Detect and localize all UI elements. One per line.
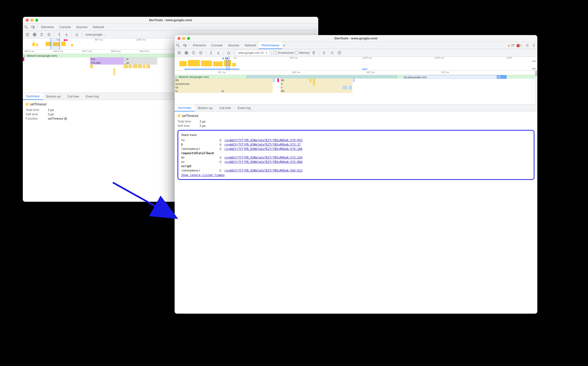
flame-block[interactable]: a9… <box>497 75 507 79</box>
home-icon[interactable] <box>74 31 80 38</box>
flame-block[interactable] <box>277 78 279 82</box>
flame-block[interactable] <box>309 78 312 82</box>
maximize-icon[interactable] <box>35 19 38 22</box>
flame-block[interactable] <box>143 65 145 68</box>
expand-icon[interactable]: ▸ <box>176 76 177 78</box>
stack-location-link[interactable]: rs=AA2YrTtTjPD_83NeleSxfEZ7rTB5vRKbgA:57… <box>224 143 301 146</box>
download-icon[interactable] <box>215 50 221 56</box>
tab-call-tree[interactable]: Call tree <box>64 93 82 100</box>
flame-block[interactable]: _.ld <box>124 57 157 61</box>
stack-location-link[interactable]: rs=AA2YrTtTjPD_83NeleSxfEZ7rTB5vRKbgA:57… <box>224 147 302 151</box>
flame-block[interactable]: (anonymous) <box>175 82 273 86</box>
more-icon[interactable] <box>531 42 537 49</box>
recording-select[interactable]: www.google.com #1 ▼ <box>236 50 269 56</box>
stack-location-link[interactable]: rs=AA2YrTtTjPD_83NeleSxfEZ7rTB5vRKbgA:56… <box>224 169 302 172</box>
flame-block[interactable]: hz <box>175 89 220 93</box>
tab-summary[interactable]: Summary <box>175 105 195 111</box>
settings-icon[interactable] <box>524 42 531 49</box>
flame-block[interactable] <box>353 78 355 82</box>
reload-icon[interactable] <box>191 50 197 56</box>
flame-block[interactable] <box>273 78 275 82</box>
collapse-icon[interactable] <box>321 50 327 56</box>
flame-block[interactable] <box>313 78 315 82</box>
errors-badge[interactable]: ! 1 <box>517 44 522 47</box>
tab-bottom-up[interactable]: Bottom-up <box>43 93 64 100</box>
flame-block[interactable]: KZa <box>90 57 124 61</box>
tab-call-tree[interactable]: Call tree <box>216 105 234 111</box>
flame-block[interactable] <box>124 65 128 68</box>
tab-event-log[interactable]: Event log <box>234 105 254 111</box>
flame-block[interactable] <box>349 86 352 89</box>
flame-block[interactable]: hz <box>221 89 273 93</box>
tab-event-log[interactable]: Event log <box>82 93 102 100</box>
flame-block[interactable] <box>23 57 24 61</box>
tab-console[interactable]: Console <box>57 23 74 30</box>
timeline-overview[interactable]: ms 997 ms 1,497 ms 1,997 ms 2,497 CPU NE… <box>175 57 537 71</box>
tab-summary[interactable]: Summary <box>23 93 43 100</box>
reload-icon[interactable] <box>39 31 45 38</box>
capture-settings-icon[interactable] <box>329 50 335 56</box>
tab-performance[interactable]: Performance <box>259 42 282 49</box>
flame-block[interactable] <box>133 65 138 68</box>
show-ignored-link[interactable]: Show ignore-listed frames <box>181 173 225 177</box>
flame-block[interactable]: BN <box>280 89 352 93</box>
clear-icon[interactable] <box>46 31 52 38</box>
memory-checkbox[interactable]: Memory <box>295 51 310 54</box>
device-icon[interactable] <box>30 23 36 30</box>
tab-sources[interactable]: Sources <box>74 23 90 30</box>
help-icon[interactable] <box>336 50 343 56</box>
minimize-icon[interactable] <box>31 19 33 22</box>
close-icon[interactable] <box>177 37 180 40</box>
close-icon[interactable] <box>26 19 29 22</box>
clear-icon[interactable] <box>198 50 204 56</box>
flame-block[interactable] <box>114 68 115 76</box>
flame-block[interactable]: BN <box>175 78 273 82</box>
expand-icon[interactable]: ▸ <box>24 54 25 57</box>
flame-block[interactable] <box>343 86 347 89</box>
tab-elements[interactable]: Elements <box>38 23 57 30</box>
upload-icon[interactable] <box>208 50 214 56</box>
inspect-icon[interactable] <box>23 23 30 30</box>
tab-network[interactable]: Network <box>242 42 259 49</box>
record-icon[interactable] <box>183 50 190 56</box>
flame-block[interactable] <box>138 65 142 68</box>
tab-sources[interactable]: Sources <box>225 42 242 49</box>
toggle-drawer-icon[interactable] <box>176 50 182 56</box>
ruler-tick: 344.6 ms <box>53 50 63 53</box>
flame-block[interactable] <box>146 65 150 68</box>
flame-block[interactable]: h <box>280 86 352 89</box>
inspect-icon[interactable] <box>175 42 181 49</box>
flame-block[interactable] <box>313 82 315 86</box>
warnings-badge[interactable]: ▲ 29 <box>507 44 514 47</box>
flame-block[interactable]: _.qe <box>124 61 157 65</box>
stack-location-link[interactable]: rs=AA2YrTtTjPD_83NeleSxfEZ7rTB5vRKbgA:57… <box>224 138 302 142</box>
flame-block[interactable]: Mk <box>280 78 352 82</box>
home-icon[interactable] <box>226 50 232 56</box>
minimize-icon[interactable] <box>182 37 185 40</box>
tabs-overflow[interactable]: » <box>282 42 286 49</box>
tab-console[interactable]: Console <box>208 42 225 49</box>
stack-location-link[interactable]: rs=AA2YrTtTjPD_83NeleSxfEZ7rTB5vRKbgA:57… <box>224 156 302 159</box>
upload-icon[interactable] <box>56 31 62 38</box>
tab-network[interactable]: Network <box>90 23 107 30</box>
network-track[interactable]: ▸ Network /ww.google.com) log (play.goog… <box>175 75 537 78</box>
flame-block[interactable]: S <box>280 82 352 86</box>
download-icon[interactable] <box>63 31 70 38</box>
toggle-drawer-icon[interactable] <box>24 31 31 38</box>
device-icon[interactable] <box>181 42 188 49</box>
total-time-value: 2 μs <box>200 120 206 123</box>
tab-elements[interactable]: Elements <box>190 42 208 49</box>
screenshots-checkbox[interactable]: Screenshots <box>274 51 294 54</box>
gc-icon[interactable] <box>311 50 317 56</box>
flame-block[interactable] <box>90 65 93 68</box>
tab-bottom-up[interactable]: Bottom-up <box>195 105 216 111</box>
flame-block[interactable]: UYa.start <box>90 61 124 65</box>
record-icon[interactable] <box>31 31 38 38</box>
scrollbar[interactable] <box>535 71 537 104</box>
maximize-icon[interactable] <box>187 37 190 40</box>
flame-block[interactable] <box>129 65 132 68</box>
flame-block[interactable]: Uk <box>175 86 273 89</box>
stack-location-link[interactable]: rs=AA2YrTtTjPD_83NeleSxfEZ7rTB5vRKbgA:57… <box>224 160 302 164</box>
flame-chart[interactable]: 397 ms 402 ms 407 ms 412 ms ▸ Network /w… <box>175 71 537 104</box>
flame-block[interactable]: log (play.google.com) <box>403 75 496 79</box>
